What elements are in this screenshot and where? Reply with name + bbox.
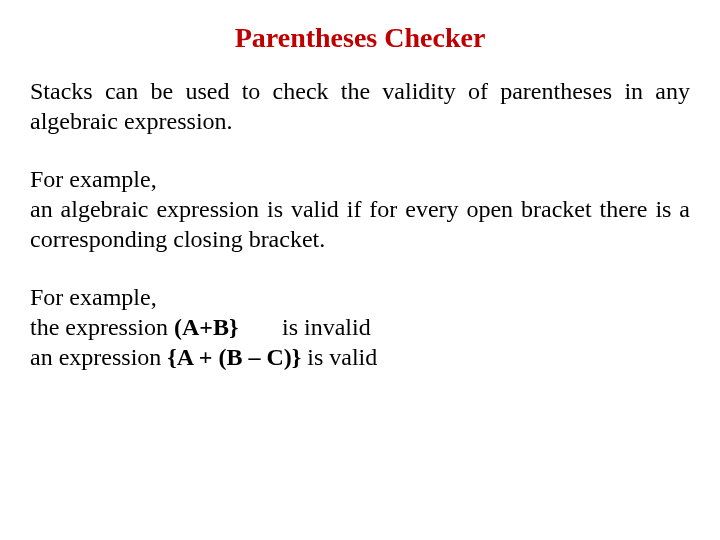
invalid-expression-line: the expression (A+B} is invalid (30, 312, 690, 342)
line1-expr: (A+B} (174, 314, 238, 340)
line2-prefix: an expression (30, 344, 167, 370)
example1-text: an algebraic expression is valid if for … (30, 194, 690, 254)
slide: Parentheses Checker Stacks can be used t… (0, 0, 720, 540)
valid-expression-col: an expression {A + (B – C)} (30, 342, 301, 372)
line1-suffix: is invalid (282, 314, 371, 340)
intro-paragraph: Stacks can be used to check the validity… (30, 76, 690, 136)
slide-body: Stacks can be used to check the validity… (30, 76, 690, 372)
line2-expr: {A + (B – C)} (167, 344, 301, 370)
valid-expression-line: an expression {A + (B – C)} is valid (30, 342, 690, 372)
example2-label: For example, (30, 282, 690, 312)
slide-title: Parentheses Checker (30, 22, 690, 54)
line2-suffix: is valid (301, 344, 377, 370)
invalid-expression-col: the expression (A+B} (30, 312, 282, 342)
example1-label: For example, (30, 164, 690, 194)
line1-prefix: the expression (30, 314, 174, 340)
